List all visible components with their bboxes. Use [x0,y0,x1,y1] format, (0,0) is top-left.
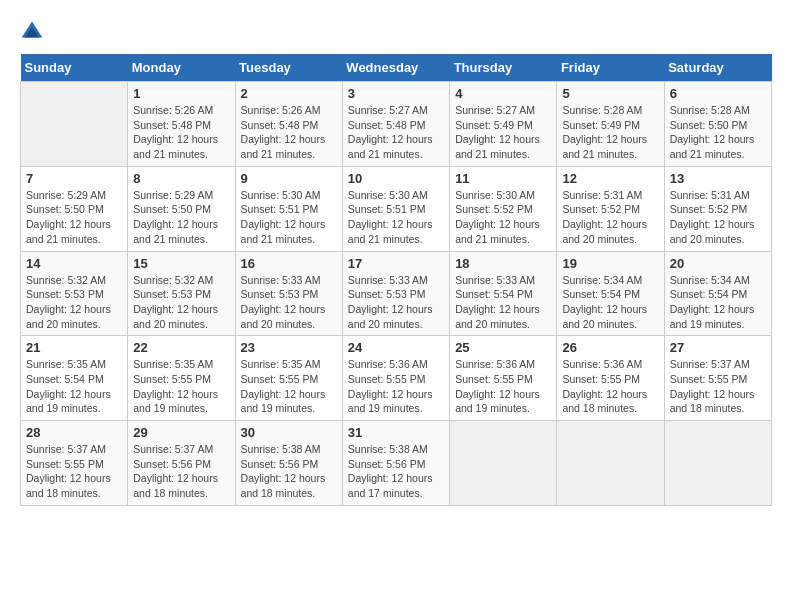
day-cell: 21Sunrise: 5:35 AM Sunset: 5:54 PM Dayli… [21,336,128,421]
day-cell: 2Sunrise: 5:26 AM Sunset: 5:48 PM Daylig… [235,82,342,167]
day-cell: 29Sunrise: 5:37 AM Sunset: 5:56 PM Dayli… [128,421,235,506]
header-cell-saturday: Saturday [664,54,771,82]
day-number: 24 [348,340,444,355]
day-cell: 24Sunrise: 5:36 AM Sunset: 5:55 PM Dayli… [342,336,449,421]
day-cell: 1Sunrise: 5:26 AM Sunset: 5:48 PM Daylig… [128,82,235,167]
day-info: Sunrise: 5:36 AM Sunset: 5:55 PM Dayligh… [348,357,444,416]
day-cell: 27Sunrise: 5:37 AM Sunset: 5:55 PM Dayli… [664,336,771,421]
day-info: Sunrise: 5:30 AM Sunset: 5:52 PM Dayligh… [455,188,551,247]
day-cell: 31Sunrise: 5:38 AM Sunset: 5:56 PM Dayli… [342,421,449,506]
day-cell: 25Sunrise: 5:36 AM Sunset: 5:55 PM Dayli… [450,336,557,421]
day-info: Sunrise: 5:32 AM Sunset: 5:53 PM Dayligh… [26,273,122,332]
day-cell: 15Sunrise: 5:32 AM Sunset: 5:53 PM Dayli… [128,251,235,336]
calendar-body: 1Sunrise: 5:26 AM Sunset: 5:48 PM Daylig… [21,82,772,506]
logo [20,20,48,44]
day-info: Sunrise: 5:33 AM Sunset: 5:53 PM Dayligh… [348,273,444,332]
day-cell [21,82,128,167]
day-cell [557,421,664,506]
day-number: 27 [670,340,766,355]
day-number: 4 [455,86,551,101]
day-number: 1 [133,86,229,101]
day-number: 31 [348,425,444,440]
week-row-5: 28Sunrise: 5:37 AM Sunset: 5:55 PM Dayli… [21,421,772,506]
day-number: 8 [133,171,229,186]
day-number: 23 [241,340,337,355]
day-info: Sunrise: 5:27 AM Sunset: 5:48 PM Dayligh… [348,103,444,162]
day-number: 17 [348,256,444,271]
day-cell: 11Sunrise: 5:30 AM Sunset: 5:52 PM Dayli… [450,166,557,251]
day-info: Sunrise: 5:38 AM Sunset: 5:56 PM Dayligh… [241,442,337,501]
day-info: Sunrise: 5:38 AM Sunset: 5:56 PM Dayligh… [348,442,444,501]
day-info: Sunrise: 5:29 AM Sunset: 5:50 PM Dayligh… [26,188,122,247]
day-number: 12 [562,171,658,186]
day-cell: 10Sunrise: 5:30 AM Sunset: 5:51 PM Dayli… [342,166,449,251]
day-info: Sunrise: 5:34 AM Sunset: 5:54 PM Dayligh… [670,273,766,332]
day-info: Sunrise: 5:32 AM Sunset: 5:53 PM Dayligh… [133,273,229,332]
day-number: 20 [670,256,766,271]
day-cell: 17Sunrise: 5:33 AM Sunset: 5:53 PM Dayli… [342,251,449,336]
day-info: Sunrise: 5:33 AM Sunset: 5:54 PM Dayligh… [455,273,551,332]
day-cell: 14Sunrise: 5:32 AM Sunset: 5:53 PM Dayli… [21,251,128,336]
week-row-3: 14Sunrise: 5:32 AM Sunset: 5:53 PM Dayli… [21,251,772,336]
day-number: 22 [133,340,229,355]
header-row: SundayMondayTuesdayWednesdayThursdayFrid… [21,54,772,82]
day-number: 6 [670,86,766,101]
day-cell: 3Sunrise: 5:27 AM Sunset: 5:48 PM Daylig… [342,82,449,167]
header-cell-sunday: Sunday [21,54,128,82]
week-row-1: 1Sunrise: 5:26 AM Sunset: 5:48 PM Daylig… [21,82,772,167]
header-cell-monday: Monday [128,54,235,82]
day-number: 19 [562,256,658,271]
day-number: 25 [455,340,551,355]
day-cell: 6Sunrise: 5:28 AM Sunset: 5:50 PM Daylig… [664,82,771,167]
day-number: 7 [26,171,122,186]
day-number: 5 [562,86,658,101]
day-cell: 19Sunrise: 5:34 AM Sunset: 5:54 PM Dayli… [557,251,664,336]
calendar-table: SundayMondayTuesdayWednesdayThursdayFrid… [20,54,772,506]
day-cell [664,421,771,506]
day-cell: 26Sunrise: 5:36 AM Sunset: 5:55 PM Dayli… [557,336,664,421]
day-info: Sunrise: 5:36 AM Sunset: 5:55 PM Dayligh… [562,357,658,416]
day-number: 29 [133,425,229,440]
day-cell: 7Sunrise: 5:29 AM Sunset: 5:50 PM Daylig… [21,166,128,251]
header-cell-friday: Friday [557,54,664,82]
week-row-2: 7Sunrise: 5:29 AM Sunset: 5:50 PM Daylig… [21,166,772,251]
day-cell: 22Sunrise: 5:35 AM Sunset: 5:55 PM Dayli… [128,336,235,421]
day-number: 30 [241,425,337,440]
day-number: 9 [241,171,337,186]
day-info: Sunrise: 5:35 AM Sunset: 5:54 PM Dayligh… [26,357,122,416]
day-info: Sunrise: 5:26 AM Sunset: 5:48 PM Dayligh… [133,103,229,162]
day-number: 21 [26,340,122,355]
day-cell: 5Sunrise: 5:28 AM Sunset: 5:49 PM Daylig… [557,82,664,167]
day-number: 10 [348,171,444,186]
day-cell: 12Sunrise: 5:31 AM Sunset: 5:52 PM Dayli… [557,166,664,251]
calendar-header: SundayMondayTuesdayWednesdayThursdayFrid… [21,54,772,82]
day-info: Sunrise: 5:33 AM Sunset: 5:53 PM Dayligh… [241,273,337,332]
day-cell: 9Sunrise: 5:30 AM Sunset: 5:51 PM Daylig… [235,166,342,251]
day-number: 26 [562,340,658,355]
day-cell: 13Sunrise: 5:31 AM Sunset: 5:52 PM Dayli… [664,166,771,251]
logo-icon [20,20,44,44]
page-header [20,20,772,44]
day-number: 16 [241,256,337,271]
day-cell [450,421,557,506]
header-cell-wednesday: Wednesday [342,54,449,82]
day-number: 15 [133,256,229,271]
day-number: 14 [26,256,122,271]
day-info: Sunrise: 5:30 AM Sunset: 5:51 PM Dayligh… [241,188,337,247]
day-cell: 28Sunrise: 5:37 AM Sunset: 5:55 PM Dayli… [21,421,128,506]
day-number: 13 [670,171,766,186]
day-number: 2 [241,86,337,101]
day-cell: 16Sunrise: 5:33 AM Sunset: 5:53 PM Dayli… [235,251,342,336]
day-number: 3 [348,86,444,101]
day-cell: 20Sunrise: 5:34 AM Sunset: 5:54 PM Dayli… [664,251,771,336]
day-cell: 23Sunrise: 5:35 AM Sunset: 5:55 PM Dayli… [235,336,342,421]
day-info: Sunrise: 5:29 AM Sunset: 5:50 PM Dayligh… [133,188,229,247]
day-number: 11 [455,171,551,186]
day-number: 28 [26,425,122,440]
day-info: Sunrise: 5:28 AM Sunset: 5:50 PM Dayligh… [670,103,766,162]
day-info: Sunrise: 5:35 AM Sunset: 5:55 PM Dayligh… [241,357,337,416]
header-cell-thursday: Thursday [450,54,557,82]
day-info: Sunrise: 5:37 AM Sunset: 5:56 PM Dayligh… [133,442,229,501]
day-info: Sunrise: 5:28 AM Sunset: 5:49 PM Dayligh… [562,103,658,162]
day-cell: 8Sunrise: 5:29 AM Sunset: 5:50 PM Daylig… [128,166,235,251]
